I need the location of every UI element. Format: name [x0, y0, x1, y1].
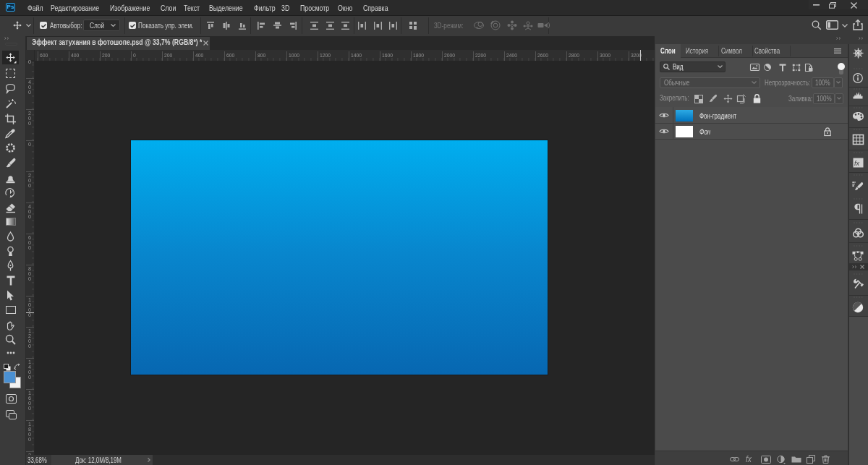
svg-text:fx: fx: [854, 160, 860, 167]
